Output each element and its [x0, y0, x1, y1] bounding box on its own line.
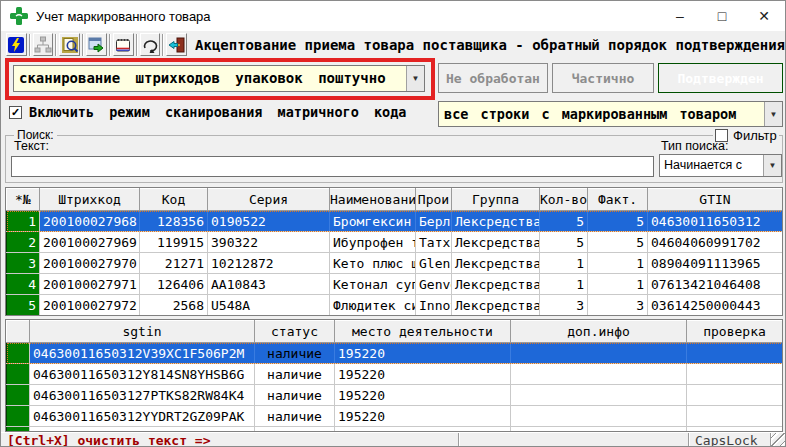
items-row[interactable]: 32001000279702127110212872Кето плюс шGle… — [7, 253, 783, 274]
items-row[interactable]: 4200100027971126406AA10843Кетонал супGen… — [7, 274, 783, 295]
refresh-icon — [141, 36, 159, 54]
notebook-button[interactable] — [113, 33, 134, 56]
items-cell: Glenn — [416, 253, 452, 274]
sgtin-cell: 046300116503127PTKS82RW84K4 — [30, 385, 255, 406]
items-cell: 3 — [540, 295, 588, 316]
column-header[interactable]: Факт. — [588, 189, 648, 211]
sgtin-row[interactable]: 04630011650312Y814SN8YHSB6Gналичие195220 — [7, 364, 783, 385]
row-indicator — [7, 364, 30, 385]
column-header[interactable]: Прои — [416, 189, 452, 211]
app-window: Учет маркированного товара – □ ✕ — [0, 0, 786, 447]
items-cell: Флюдитек си — [330, 295, 416, 316]
maximize-button[interactable]: □ — [701, 1, 743, 31]
chevron-down-icon[interactable]: ▼ — [406, 66, 424, 91]
rows-filter-select[interactable]: все строки с маркированным товаром ▼ — [438, 101, 783, 127]
search-document-button[interactable] — [59, 33, 80, 56]
row-number-indicator: 5 — [7, 295, 40, 316]
refresh-button[interactable] — [140, 33, 161, 56]
unprocessed-button[interactable]: Не обработан — [438, 63, 548, 93]
items-cell: 200100027969 — [40, 232, 140, 253]
column-header[interactable]: Серия — [208, 189, 330, 211]
toolbar-separator — [55, 34, 57, 56]
column-header[interactable]: доп.инфо — [511, 321, 687, 343]
sgtin-cell: 04630011650312V39XC1F506P2M — [30, 343, 255, 364]
column-header[interactable]: Код — [140, 189, 208, 211]
sgtin-cell — [511, 343, 687, 364]
sgtin-cell: 195220 — [335, 385, 511, 406]
items-cell: 200100027970 — [40, 253, 140, 274]
hierarchy-icon — [34, 36, 52, 54]
items-cell: 5 — [588, 211, 648, 232]
items-cell: 04630011650312 — [648, 211, 783, 232]
toolbar-separator — [82, 34, 84, 56]
row-number-indicator: 4 — [7, 274, 40, 295]
chevron-down-icon[interactable]: ▼ — [763, 155, 781, 176]
row-indicator — [7, 385, 30, 406]
column-header[interactable]: Группа — [452, 189, 540, 211]
column-header[interactable]: GTIN — [648, 189, 783, 211]
column-header[interactable]: место деятельности — [335, 321, 511, 343]
items-cell: 1 — [540, 253, 588, 274]
window-title: Учет маркированного товара — [36, 9, 211, 24]
exit-button[interactable] — [166, 33, 187, 56]
matrix-mode-checkbox[interactable]: ✓ — [9, 106, 22, 119]
items-cell: 5 — [540, 211, 588, 232]
sgtin-cell — [687, 406, 783, 427]
items-cell: Genve — [416, 274, 452, 295]
column-header[interactable]: проверка — [687, 321, 783, 343]
lightning-icon — [7, 36, 25, 54]
minimize-button[interactable]: – — [659, 1, 701, 31]
items-cell: Татхи — [416, 232, 452, 253]
items-cell: Берли — [416, 211, 452, 232]
search-type-value: Начинается с — [660, 155, 763, 176]
sgtin-row[interactable]: 04630011650312V39XC1F506P2Mналичие195220 — [7, 343, 783, 364]
items-cell: 07613421046408 — [648, 274, 783, 295]
sgtin-row[interactable]: 046300116503127PTKS82RW84K4наличие195220 — [7, 385, 783, 406]
items-row[interactable]: 52001000279722568U548AФлюдитек сиInnotЛе… — [7, 295, 783, 316]
column-header[interactable]: статус — [255, 321, 335, 343]
search-type-label: Тип поиска: — [661, 139, 728, 153]
items-cell: 5 — [540, 232, 588, 253]
items-cell: 1 — [540, 274, 588, 295]
confirmed-button[interactable]: Подтвержден — [658, 63, 783, 93]
scan-mode-select[interactable]: сканирование штрихкодов упаковок поштучн… — [13, 65, 425, 92]
close-button[interactable]: ✕ — [743, 1, 785, 31]
matrix-mode-label: Включить режим сканирования матричного к… — [29, 104, 407, 120]
column-header[interactable]: Штрихкод — [40, 189, 140, 211]
sgtin-cell: наличие — [255, 343, 335, 364]
sgtin-table: sgtinстатусместо деятельностидоп.инфопро… — [5, 319, 783, 432]
sgtin-cell: 04630011650312YYDRT2GZ09PAK — [30, 406, 255, 427]
items-cell: Лексредства — [452, 211, 540, 232]
resize-grip-icon[interactable] — [771, 433, 785, 447]
exit-door-icon — [168, 36, 186, 54]
toolbar: Акцептование приема товара поставщика - … — [1, 31, 785, 58]
toolbar-separator — [29, 34, 31, 56]
items-cell: 21271 — [140, 253, 208, 274]
rows-filter-value: все строки с маркированным товаром — [439, 102, 764, 126]
items-cell: 200100027972 — [40, 295, 140, 316]
items-row[interactable]: 12001000279681283560190522БромгексинБерл… — [7, 211, 783, 232]
items-cell: Кето плюс ш — [330, 253, 416, 274]
save-export-icon — [87, 36, 105, 54]
column-header[interactable]: *№ — [7, 189, 40, 211]
notebook-icon — [114, 36, 132, 54]
run-button[interactable] — [6, 33, 27, 56]
items-row[interactable]: 2200100027969119915390322Ибупрофен тТатх… — [7, 232, 783, 253]
items-table: *№ШтрихкодКодСерияНаименованиПроиГруппаК… — [5, 187, 783, 316]
partial-button[interactable]: Частично — [552, 63, 654, 93]
title-bar: Учет маркированного товара – □ ✕ — [1, 1, 785, 31]
statusbar-hint: [Ctrl+X] очистить текст => — [1, 433, 459, 447]
sgtin-cell: 04630011650312Y814SN8YHSB6G — [30, 364, 255, 385]
search-type-select[interactable]: Начинается с ▼ — [659, 154, 782, 177]
chevron-down-icon[interactable]: ▼ — [764, 102, 782, 126]
hierarchy-button[interactable] — [33, 33, 54, 56]
sgtin-row[interactable]: 04630011650312YYDRT2GZ09PAKналичие195220 — [7, 406, 783, 427]
column-header[interactable] — [7, 321, 30, 343]
items-cell: 3 — [588, 295, 648, 316]
items-cell: 128356 — [140, 211, 208, 232]
column-header[interactable]: sgtin — [30, 321, 255, 343]
column-header[interactable]: Кол-во — [540, 189, 588, 211]
save-export-button[interactable] — [86, 33, 107, 56]
search-input[interactable] — [11, 156, 654, 177]
column-header[interactable]: Наименовани — [330, 189, 416, 211]
